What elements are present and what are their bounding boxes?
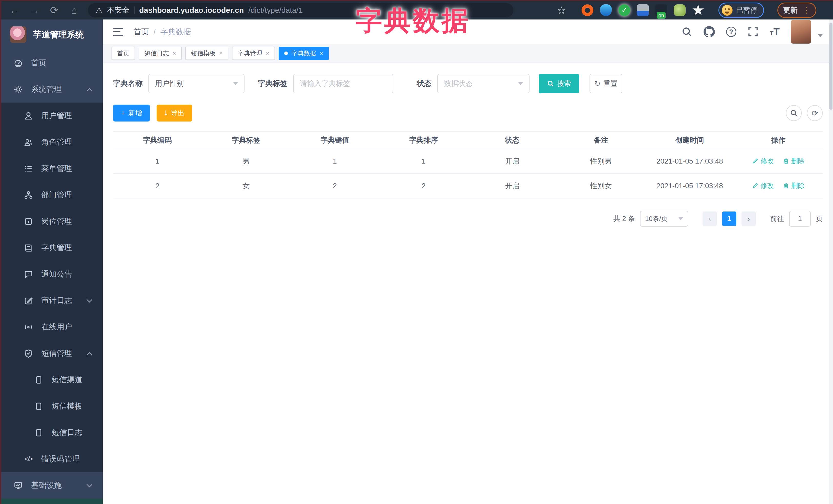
avatar-caret-icon[interactable]	[818, 34, 823, 37]
browser-home-icon[interactable]: ⌂	[68, 5, 80, 16]
github-icon[interactable]	[704, 26, 715, 38]
extension-icon-3[interactable]	[618, 4, 630, 16]
close-icon[interactable]: ×	[172, 50, 176, 57]
active-dot	[284, 51, 288, 55]
browser-reload-icon[interactable]: ⟳	[48, 5, 60, 16]
close-icon[interactable]: ×	[219, 50, 223, 57]
sidebar-item-online-users[interactable]: 在线用户	[1, 314, 103, 340]
col-header: 字典标签	[202, 131, 290, 149]
sidebar-item-sms-channel[interactable]: 短信渠道	[1, 367, 103, 393]
sidebar-item-posts[interactable]: 岗位管理	[1, 208, 103, 235]
close-icon[interactable]: ×	[266, 50, 269, 57]
fullscreen-icon[interactable]	[748, 26, 758, 37]
sidebar-item-notice[interactable]: 通知公告	[1, 261, 103, 287]
sidebar-item-home[interactable]: 首页	[1, 50, 103, 76]
browser-back-icon[interactable]: ←	[8, 5, 20, 16]
chevron-down-icon	[233, 82, 238, 85]
sidebar-item-sms-template[interactable]: 短信模板	[1, 393, 103, 419]
font-size-icon[interactable]: TT	[770, 26, 780, 38]
goto-page-input[interactable]: 1	[789, 211, 811, 226]
page-content: 字典名称 用户性别 字典标签 请输入字典标签 状态 数据状态	[103, 63, 833, 504]
help-icon[interactable]: ?	[726, 27, 736, 37]
sidebar-item-users[interactable]: 用户管理	[1, 102, 103, 129]
sidebar-item-system[interactable]: 系统管理	[1, 76, 103, 102]
delete-link[interactable]: 删除	[783, 157, 805, 166]
browser-update-button[interactable]: 更新 ⋮	[777, 3, 816, 18]
extension-icon-1[interactable]	[581, 4, 593, 16]
trash-icon	[783, 158, 789, 164]
dashboard-icon	[13, 59, 24, 67]
user-avatar[interactable]	[791, 20, 811, 44]
status-placeholder: 数据状态	[444, 79, 473, 89]
sidebar-item-label: 短信日志	[51, 427, 82, 438]
next-page-button[interactable]: ›	[741, 212, 756, 226]
chevron-down-icon	[87, 297, 93, 303]
dict-label-input[interactable]: 请输入字典标签	[293, 74, 393, 93]
search-button[interactable]: 搜索	[539, 74, 579, 93]
add-button[interactable]: + 新增	[113, 104, 150, 121]
extension-puzzle-icon[interactable]	[692, 4, 704, 16]
chevron-down-icon	[87, 482, 93, 487]
export-button-label: 导出	[171, 109, 185, 118]
sidebar-item-infra[interactable]: 基础设施	[1, 472, 103, 499]
tag-home[interactable]: 首页	[112, 47, 135, 60]
dict-label-label: 字典标签	[258, 78, 288, 89]
breadcrumb-current: 字典数据	[160, 27, 191, 37]
edit-link[interactable]: 修改	[752, 157, 774, 166]
reset-button[interactable]: ↻ 重置	[590, 74, 622, 93]
header-search-icon[interactable]	[682, 26, 692, 37]
extension-icon-5[interactable]: on	[656, 4, 667, 16]
toggle-search-button[interactable]	[786, 105, 802, 121]
plus-icon: +	[121, 109, 125, 117]
sidebar-toggle-icon[interactable]	[113, 28, 123, 36]
cell-sort: 2	[379, 173, 468, 198]
sidebar-item-departments[interactable]: 部门管理	[1, 182, 103, 208]
browser-menu-icon[interactable]: ⋮	[803, 6, 810, 14]
edit-link[interactable]: 修改	[752, 181, 774, 190]
sidebar-item-audit-log[interactable]: 审计日志	[1, 287, 103, 314]
dict-label-placeholder: 请输入字典标签	[300, 79, 350, 89]
scrollbar-thumb[interactable]	[829, 23, 832, 110]
sidebar-item-label: 审计日志	[41, 295, 72, 306]
sidebar-item-errorcode[interactable]: </> 错误码管理	[1, 446, 103, 472]
tag-sms-template[interactable]: 短信模板 ×	[185, 47, 229, 60]
sidebar-logo-row[interactable]: 芋道管理系统	[1, 20, 103, 50]
goto-label: 前往	[770, 214, 784, 223]
status-select[interactable]: 数据状态	[437, 74, 529, 93]
close-icon[interactable]: ×	[319, 50, 323, 57]
sidebar-item-roles[interactable]: 角色管理	[1, 129, 103, 155]
sidebar-item-sms-log[interactable]: 短信日志	[1, 419, 103, 446]
tag-dict-manage[interactable]: 字典管理 ×	[232, 47, 275, 60]
sidebar-bottom-strip	[1, 499, 103, 504]
browser-forward-icon[interactable]: →	[28, 5, 40, 16]
extension-icon-2[interactable]	[600, 4, 612, 16]
bookmark-star-icon[interactable]: ☆	[557, 4, 566, 16]
profile-paused-chip[interactable]: 已暂停	[718, 3, 764, 18]
window-scrollbar[interactable]	[829, 20, 833, 504]
current-page-button[interactable]: 1	[722, 212, 736, 226]
dict-name-label: 字典名称	[113, 78, 143, 89]
dict-name-select[interactable]: 用户性别	[148, 74, 244, 93]
profile-emoji-avatar	[722, 5, 733, 16]
cell-created: 2021-01-05 17:03:48	[645, 149, 734, 173]
sidebar-item-dict[interactable]: 字典管理	[1, 235, 103, 261]
insecure-warning-icon[interactable]: ⚠	[96, 6, 102, 15]
sidebar-item-sms[interactable]: 短信管理	[1, 340, 103, 367]
extension-icon-4[interactable]	[637, 4, 649, 16]
sidebar-item-menus[interactable]: 菜单管理	[1, 155, 103, 182]
page-size-select[interactable]: 10条/页	[640, 211, 688, 226]
cell-actions: 修改 删除	[734, 173, 823, 198]
extension-icon-6[interactable]	[674, 4, 686, 16]
refresh-table-button[interactable]: ⟳	[807, 105, 823, 121]
sidebar: 芋道管理系统 首页 系统管理	[1, 20, 103, 504]
export-button[interactable]: ⭣ 导出	[157, 104, 192, 121]
breadcrumb-home[interactable]: 首页	[134, 27, 149, 37]
online-icon	[23, 323, 34, 332]
tag-sms-log[interactable]: 短信日志 ×	[139, 47, 182, 60]
security-label[interactable]: 不安全	[107, 5, 129, 16]
prev-page-button[interactable]: ‹	[703, 212, 717, 226]
tag-dict-data[interactable]: 字典数据 ×	[279, 47, 329, 60]
delete-link[interactable]: 删除	[783, 181, 805, 190]
sidebar-item-label: 角色管理	[41, 137, 72, 147]
add-button-label: 新增	[128, 109, 142, 118]
